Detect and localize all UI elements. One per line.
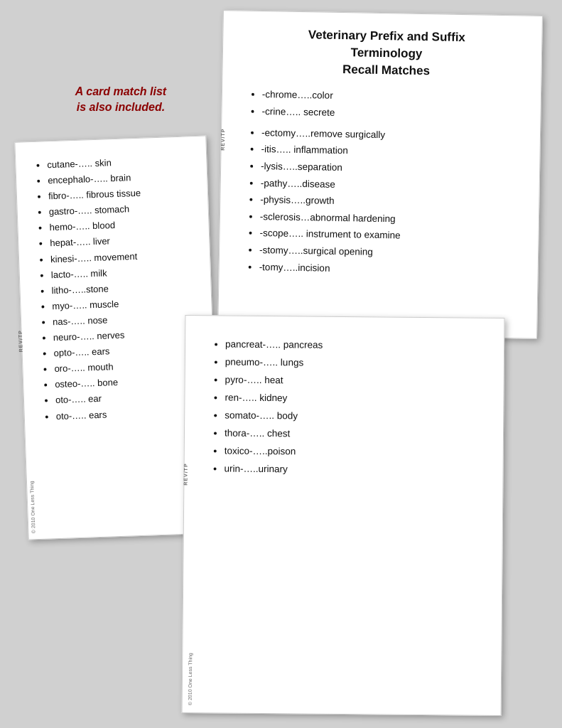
list-item: pyro-….. heat <box>225 371 487 391</box>
card-bottom-right-list: pancreat-….. pancreas pneumo-….. lungs p… <box>210 336 487 480</box>
card-bottom-right-copyright: © 2010 One Less Thing <box>188 653 193 705</box>
list-item: toxico-…..poison <box>225 442 486 462</box>
card-bottom-right-revtp: REV/TP <box>183 464 188 486</box>
list-item: -tomy…..incision <box>259 259 520 280</box>
page-wrapper: A card match list is also included. REV/… <box>0 0 562 728</box>
list-item: thora-….. chest <box>225 424 486 444</box>
list-item: pneumo-….. lungs <box>225 354 487 374</box>
card-left-copyright: © 2010 One Less Thing <box>29 481 36 533</box>
card-top-right-title: Veterinary Prefix and SuffixTerminologyR… <box>248 26 524 81</box>
card-top-right-revtp: REV/TP <box>220 129 226 151</box>
card-top-right-list: -ectomy…..remove surgically -itis….. inf… <box>245 124 524 279</box>
promo-line1: A card match list <box>75 85 166 97</box>
card-left-revtp: REV/TP <box>18 330 23 353</box>
list-item: somato-….. body <box>225 407 486 427</box>
list-item: -crine….. secrete <box>261 103 523 124</box>
card-left-list: cutane-….. skin encephalo-….. brain fibr… <box>36 152 202 424</box>
list-item: ren-….. kidney <box>225 389 486 409</box>
list-item: pancreat-….. pancreas <box>225 336 487 356</box>
promo-line2: is also included. <box>77 101 165 113</box>
card-bottom-right: REV/TP pancreat-….. pancreas pneumo-….. … <box>182 315 505 716</box>
card-top-right-header-list: -chrome…..color -crine….. secrete <box>247 86 524 124</box>
card-top-right: REV/TP Veterinary Prefix and SuffixTermi… <box>217 10 543 339</box>
promo-text: A card match list is also included. <box>43 84 199 116</box>
list-item: urin-…..urinary <box>224 460 485 480</box>
